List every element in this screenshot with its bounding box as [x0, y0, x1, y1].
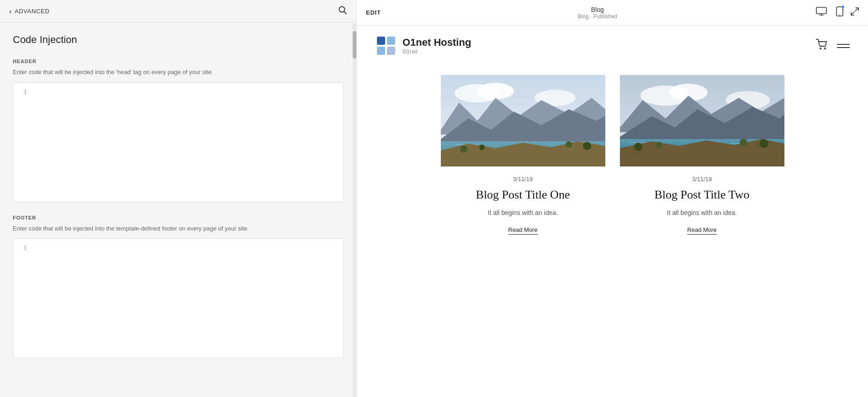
post-excerpt-2: It all begins with an idea. [655, 209, 750, 216]
svg-line-7 [855, 8, 858, 11]
post-image-svg-2 [620, 75, 784, 166]
footer-code-editor[interactable]: 1 [13, 238, 344, 358]
left-panel: ‹ ADVANCED Code Injection HEADER Enter c… [0, 0, 356, 397]
left-scrollbar-thumb[interactable] [353, 31, 356, 59]
svg-point-41 [634, 143, 642, 151]
svg-point-17 [477, 83, 514, 99]
expand-icon [851, 7, 859, 16]
preview-content: O1net Hosting O1net [357, 26, 868, 397]
footer-section: FOOTER Enter code that will be injected … [13, 215, 344, 359]
post-image-2 [620, 75, 784, 166]
post-title-1: Blog Post Title One [476, 188, 570, 202]
header-line-numbers: 1 [20, 87, 27, 197]
blog-posts: 3/11/19 Blog Post Title One It all begin… [357, 66, 868, 253]
right-header-actions [814, 5, 859, 21]
read-more-button-2[interactable]: Read More [687, 226, 716, 235]
footer-line-numbers: 1 [20, 243, 27, 353]
svg-point-44 [759, 139, 768, 148]
menu-icon[interactable] [837, 44, 850, 48]
svg-point-29 [583, 142, 591, 150]
svg-point-42 [656, 142, 662, 148]
site-header: O1net Hosting O1net [357, 26, 868, 66]
header-section-desc: Enter code that will be injected into th… [13, 68, 344, 77]
menu-line-1 [837, 44, 850, 45]
site-name: O1net Hosting [402, 37, 471, 48]
site-sub: O1net [402, 48, 471, 55]
svg-rect-2 [816, 7, 826, 14]
desktop-view-button[interactable] [814, 5, 829, 20]
post-date-1: 3/11/19 [476, 176, 570, 182]
site-nav [816, 39, 850, 53]
blog-title: Blog [591, 6, 604, 13]
post-title-2: Blog Post Title Two [655, 188, 750, 202]
desktop-icon [816, 7, 827, 16]
right-header-center: Blog Blog · Published [578, 6, 618, 20]
preview-area[interactable]: O1net Hosting O1net [357, 26, 868, 397]
back-arrow-icon: ‹ [9, 7, 12, 16]
back-button[interactable]: ‹ ADVANCED [9, 7, 49, 16]
svg-rect-11 [377, 47, 385, 55]
mobile-active-dot [842, 5, 844, 8]
svg-point-6 [839, 15, 840, 16]
post-image-svg-1 [441, 75, 605, 166]
left-content: Code Injection HEADER Enter code that wi… [0, 23, 356, 397]
svg-point-14 [825, 48, 826, 49]
header-code-editor[interactable]: 1 [13, 82, 344, 202]
back-label: ADVANCED [15, 8, 49, 15]
footer-code-input[interactable] [34, 243, 337, 353]
menu-line-2 [837, 47, 850, 48]
svg-point-43 [740, 139, 747, 146]
blog-post-card-2: 3/11/19 Blog Post Title Two It all begin… [620, 75, 784, 235]
post-image-1 [441, 75, 605, 166]
svg-point-27 [479, 145, 485, 150]
expand-button[interactable] [851, 7, 859, 18]
edit-label: EDIT [366, 9, 381, 16]
svg-rect-10 [387, 37, 395, 45]
svg-line-8 [851, 12, 854, 15]
mobile-view-button[interactable] [834, 5, 845, 21]
svg-line-1 [344, 11, 346, 14]
blog-subtitle: Blog · Published [578, 13, 618, 20]
header-section-label: HEADER [13, 59, 344, 64]
cart-svg [816, 39, 828, 50]
svg-rect-9 [377, 37, 385, 45]
svg-rect-12 [387, 47, 395, 55]
post-excerpt-1: It all begins with an idea. [476, 209, 570, 216]
post-date-2: 3/11/19 [655, 176, 750, 182]
svg-point-13 [820, 48, 821, 49]
svg-point-26 [460, 145, 467, 153]
left-header: ‹ ADVANCED [0, 0, 356, 23]
header-section: HEADER Enter code that will be injected … [13, 59, 344, 202]
svg-marker-25 [441, 141, 605, 166]
footer-section-label: FOOTER [13, 215, 344, 220]
read-more-button-1[interactable]: Read More [508, 226, 537, 235]
search-button[interactable] [338, 5, 347, 17]
header-code-input[interactable] [34, 87, 337, 197]
logo-text: O1net Hosting O1net [402, 37, 471, 55]
page-title: Code Injection [13, 34, 344, 46]
site-logo: O1net Hosting O1net [375, 35, 471, 57]
logo-icon [375, 35, 397, 57]
blog-post-card-1: 3/11/19 Blog Post Title One It all begin… [441, 75, 605, 235]
left-scrollbar-track [353, 24, 356, 397]
right-panel: EDIT Blog Blog · Published [356, 0, 868, 397]
svg-point-28 [566, 141, 572, 148]
search-icon [338, 5, 347, 15]
post-meta-1: 3/11/19 Blog Post Title One It all begin… [476, 176, 570, 235]
post-meta-2: 3/11/19 Blog Post Title Two It all begin… [655, 176, 750, 235]
footer-section-desc: Enter code that will be injected into th… [13, 224, 344, 233]
right-header: EDIT Blog Blog · Published [357, 0, 868, 26]
cart-icon[interactable] [816, 39, 828, 53]
